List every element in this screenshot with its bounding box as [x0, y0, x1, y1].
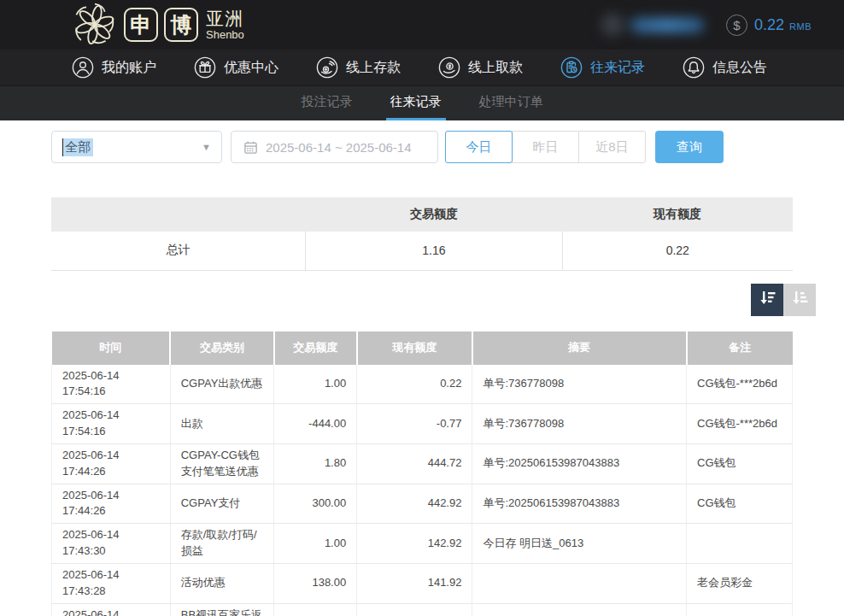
cell-summary: 单号:736778098 [472, 404, 687, 444]
cell-balance: 3.92 [357, 603, 472, 616]
gift-icon [194, 56, 216, 79]
logo-char-bo: 博 [164, 8, 198, 42]
cell-type: BB视讯百家乐返点 [170, 603, 273, 616]
table-row: 2025-06-14 17:54:16 CGPAY出款优惠 1.00 0.22 … [52, 365, 793, 404]
table-row: 2025-06-14 17:43:28 活动优惠 138.00 141.92 老… [52, 563, 793, 603]
records-icon [560, 56, 583, 79]
tab-betting-records[interactable]: 投注记录 [297, 86, 357, 120]
cell-summary: 单号:202506153987043883 [472, 443, 687, 484]
nav-item-promotions[interactable]: 优惠中心 [194, 56, 278, 79]
cell-summary: 单号:736778098 [472, 365, 687, 404]
cell-time: 2025-06-14 17:43:30 [52, 524, 171, 564]
table-row: 2025-06-14 17:44:26 CGPAY支付 300.00 442.9… [52, 484, 793, 524]
transactions-table: 时间 交易类别 交易额度 现有额度 摘要 备注 2025-06-14 17:54… [51, 331, 793, 616]
cell-type: CGPAY出款优惠 [170, 365, 273, 404]
tab-pending-orders[interactable]: 处理中订单 [475, 86, 548, 120]
nav-label: 线上存款 [346, 59, 401, 77]
table-row: 2025-06-14 17:44:26 CGPAY-CG钱包支付笔笔送优惠 1.… [52, 443, 793, 484]
sort-descending-icon [757, 288, 777, 312]
logo-char-shen: 申 [124, 8, 158, 42]
today-button[interactable]: 今日 [445, 131, 513, 163]
username-redacted [630, 18, 704, 32]
table-row: 2025-06-14 02:05:13 BB视讯百家乐返点 3.36 3.92 … [52, 603, 793, 616]
deposit-icon [316, 56, 338, 79]
main-nav: 我的账户 优惠中心 线上存款 [0, 50, 844, 85]
cell-time: 2025-06-14 17:44:26 [52, 443, 171, 484]
cell-type: CGPAY支付 [170, 484, 273, 524]
cell-amount: 1.00 [274, 365, 357, 404]
tab-transaction-records[interactable]: 往来记录 [386, 86, 446, 120]
cell-summary [472, 563, 687, 603]
brand-logo[interactable]: 申 博 亚洲 Shenbo [72, 2, 244, 48]
query-button[interactable]: 查询 [655, 131, 724, 163]
col-header-summary: 摘要 [472, 331, 687, 365]
cell-time: 2025-06-14 17:54:16 [52, 404, 171, 444]
filter-row: 全部 ▼ 2025-06-14 ~ 2025-06-14 今日 昨日 近8日 查… [51, 131, 793, 163]
cell-note: 老会员彩金 [687, 563, 793, 603]
summary-header-row: 交易额度 现有额度 [51, 197, 793, 232]
sort-ascending-button[interactable] [783, 284, 816, 316]
cell-summary: 今日存 明日送_0613 [472, 524, 687, 564]
nav-label: 线上取款 [468, 59, 523, 77]
logo-region: 亚洲 Shenbo [206, 9, 244, 40]
col-header-amount: 交易额度 [274, 331, 357, 365]
col-header-note: 备注 [687, 331, 793, 365]
nav-label: 往来记录 [590, 59, 645, 77]
cell-amount: 1.00 [274, 524, 357, 564]
blurred-username[interactable] [601, 14, 704, 36]
summary-header-empty [51, 197, 306, 232]
date-range-value: 2025-06-14 ~ 2025-06-14 [266, 140, 412, 155]
table-row: 2025-06-14 17:54:16 出款 -444.00 -0.77 单号:… [52, 404, 793, 444]
cell-amount: 138.00 [274, 563, 357, 603]
quick-date-buttons: 今日 昨日 近8日 [445, 131, 646, 163]
type-select-value: 全部 [62, 138, 93, 156]
cell-amount: -444.00 [274, 404, 357, 444]
nav-item-my-account[interactable]: 我的账户 [72, 56, 156, 79]
avatar [601, 14, 624, 36]
cell-type: CGPAY-CG钱包支付笔笔送优惠 [170, 443, 273, 484]
nav-item-withdraw[interactable]: 线上取款 [438, 56, 523, 79]
chevron-down-icon: ▼ [202, 142, 211, 152]
cell-amount: 1.80 [274, 443, 357, 484]
content-area: 全部 ▼ 2025-06-14 ~ 2025-06-14 今日 昨日 近8日 查… [0, 120, 844, 616]
cell-note: CG钱包 [687, 443, 793, 484]
cell-amount: 3.36 [274, 603, 357, 616]
nav-item-announcements[interactable]: 信息公告 [683, 56, 767, 79]
calendar-icon [243, 140, 258, 155]
cell-amount: 300.00 [274, 484, 357, 524]
summary-transaction-total: 1.16 [306, 232, 562, 270]
sort-controls [51, 284, 816, 316]
nav-label: 信息公告 [712, 59, 767, 77]
sort-ascending-icon [789, 288, 810, 312]
balance-amount: 0.22 [754, 16, 784, 34]
cell-balance: -0.77 [357, 404, 472, 444]
cell-note: CG钱包-***2b6d [687, 365, 793, 404]
date-range-input[interactable]: 2025-06-14 ~ 2025-06-14 [231, 131, 438, 163]
account-balance[interactable]: $ 0.22 RMB [726, 15, 812, 36]
nav-label: 优惠中心 [224, 59, 278, 77]
cell-type: 存款/取款/打码/损益 [170, 524, 273, 564]
logo-region-cn: 亚洲 [206, 9, 244, 27]
dollar-coin-icon: $ [726, 15, 747, 36]
transactions-header-row: 时间 交易类别 交易额度 现有额度 摘要 备注 [52, 331, 793, 365]
top-header: 申 博 亚洲 Shenbo $ 0.22 RMB [0, 0, 844, 50]
cell-time: 2025-06-14 17:54:16 [52, 365, 171, 404]
col-header-balance: 现有额度 [357, 331, 472, 365]
bell-icon [683, 56, 705, 79]
summary-total-row: 总计 1.16 0.22 [51, 232, 793, 270]
cell-note: CG钱包-***2b6d [687, 404, 793, 444]
nav-item-deposit[interactable]: 线上存款 [316, 56, 401, 79]
summary-total-label: 总计 [51, 232, 306, 270]
nav-item-transaction-records[interactable]: 往来记录 [560, 56, 645, 79]
cell-balance: 442.92 [357, 484, 472, 524]
yesterday-button[interactable]: 昨日 [512, 131, 579, 163]
cell-time: 2025-06-14 17:44:26 [52, 484, 171, 524]
record-subtabs: 投注记录 往来记录 处理中订单 [0, 85, 844, 120]
logo-region-en: Shenbo [206, 29, 244, 40]
last-8-days-button[interactable]: 近8日 [578, 131, 646, 163]
sort-descending-button[interactable] [751, 284, 783, 316]
transactions-body: 2025-06-14 17:54:16 CGPAY出款优惠 1.00 0.22 … [52, 365, 793, 616]
type-select[interactable]: 全部 ▼ [51, 131, 222, 163]
cell-note [687, 524, 793, 564]
summary-table: 交易额度 现有额度 总计 1.16 0.22 [51, 197, 793, 271]
